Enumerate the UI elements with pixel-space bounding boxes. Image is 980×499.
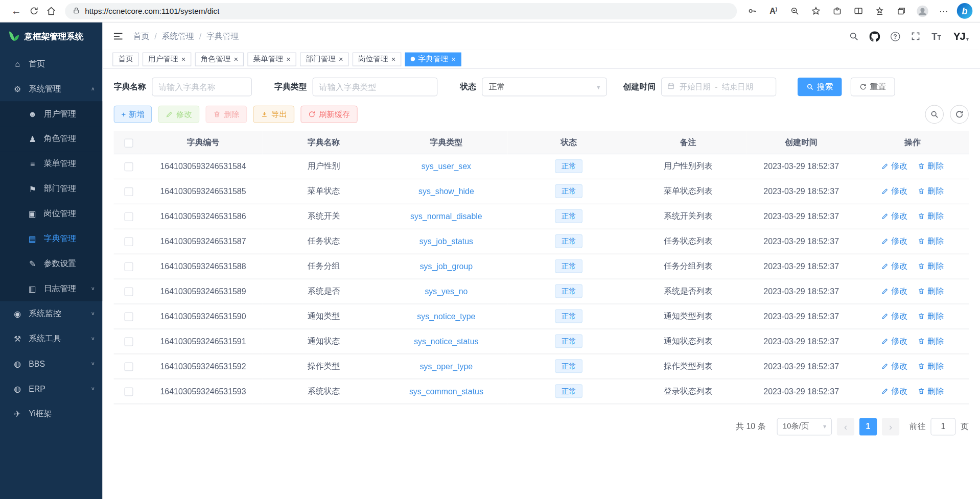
row-delete-button[interactable]: 删除: [918, 311, 944, 322]
tab-角色管理[interactable]: 角色管理 ×: [195, 52, 244, 66]
sidebar-item-bbs[interactable]: ◍ BBS ∨: [0, 351, 103, 376]
breadcrumb-item-系统管理[interactable]: 系统管理: [161, 31, 194, 42]
help-icon[interactable]: ?: [889, 30, 901, 42]
favorite-add-icon[interactable]: [808, 2, 824, 19]
sidebar-item-monitor[interactable]: ◉ 系统监控 ∨: [0, 301, 103, 326]
collections-icon[interactable]: [893, 2, 909, 19]
row-checkbox[interactable]: [124, 237, 133, 246]
close-icon[interactable]: ×: [286, 55, 291, 63]
row-checkbox[interactable]: [124, 187, 133, 196]
bing-icon[interactable]: b: [957, 3, 973, 19]
github-icon[interactable]: [868, 30, 880, 42]
refresh-table-button[interactable]: [950, 105, 969, 124]
more-icon[interactable]: ⋯: [936, 2, 951, 19]
row-checkbox[interactable]: [124, 387, 133, 396]
close-icon[interactable]: ×: [339, 55, 343, 63]
close-icon[interactable]: ×: [181, 55, 186, 63]
refresh-icon[interactable]: [25, 2, 42, 19]
site-info-icon[interactable]: [73, 5, 80, 16]
dict-type-link[interactable]: sys_normal_disable: [410, 211, 482, 221]
edit-button[interactable]: 修改: [158, 106, 200, 123]
dict-type-input[interactable]: [313, 78, 438, 97]
row-checkbox[interactable]: [124, 262, 133, 271]
home-icon[interactable]: [42, 2, 60, 19]
row-edit-button[interactable]: 修改: [881, 260, 907, 272]
page-size-select[interactable]: 10条/页 ▾: [777, 418, 832, 435]
dict-type-link[interactable]: sys_job_status: [419, 236, 473, 246]
font-size-icon[interactable]: TT: [930, 30, 942, 42]
row-checkbox[interactable]: [124, 212, 133, 221]
dict-type-link[interactable]: sys_notice_status: [414, 337, 478, 346]
toggle-search-button[interactable]: [925, 105, 944, 124]
row-edit-button[interactable]: 修改: [881, 361, 907, 372]
search-icon[interactable]: [848, 30, 860, 42]
row-delete-button[interactable]: 删除: [918, 210, 944, 222]
dict-type-link[interactable]: sys_user_sex: [422, 161, 471, 171]
row-edit-button[interactable]: 修改: [881, 235, 907, 247]
row-edit-button[interactable]: 修改: [881, 386, 907, 397]
user-menu[interactable]: YJ ▾: [953, 31, 969, 42]
app-logo[interactable]: 意框架管理系统: [0, 22, 103, 51]
dict-type-link[interactable]: sys_show_hide: [418, 186, 474, 196]
key-icon[interactable]: [744, 2, 760, 19]
sidebar-item-user[interactable]: ☻ 用户管理: [0, 101, 103, 126]
delete-button[interactable]: 删除: [206, 106, 247, 123]
read-aloud-icon[interactable]: A): [765, 2, 781, 19]
dict-type-link[interactable]: sys_notice_type: [417, 312, 475, 321]
add-button[interactable]: + 新增: [114, 106, 152, 123]
sidebar-item-role[interactable]: ♟ 角色管理: [0, 126, 103, 151]
row-checkbox[interactable]: [124, 362, 133, 371]
current-page-button[interactable]: 1: [859, 418, 877, 435]
row-checkbox[interactable]: [124, 287, 133, 296]
sidebar-item-param[interactable]: ✎ 参数设置: [0, 251, 103, 276]
row-edit-button[interactable]: 修改: [881, 336, 907, 347]
sidebar-item-tools[interactable]: ⚒ 系统工具 ∨: [0, 326, 103, 351]
sidebar-item-menu[interactable]: ≡ 菜单管理: [0, 151, 103, 176]
row-delete-button[interactable]: 删除: [918, 185, 944, 197]
breadcrumb-item-首页[interactable]: 首页: [133, 31, 150, 42]
sidebar-item-yi[interactable]: ✈ Yi框架: [0, 401, 103, 426]
export-button[interactable]: 导出: [253, 106, 295, 123]
tab-首页[interactable]: 首页: [112, 52, 138, 66]
sidebar-item-home[interactable]: ⌂ 首页: [0, 51, 103, 76]
sidebar-item-system[interactable]: ⚙ 系统管理 ∧: [0, 76, 103, 101]
sidebar-item-post[interactable]: ▣ 岗位管理: [0, 201, 103, 226]
close-icon[interactable]: ×: [391, 55, 396, 63]
dict-type-link[interactable]: sys_job_group: [420, 262, 473, 271]
address-bar[interactable]: https://ccnetcore.com:1101/system/dict: [65, 3, 737, 19]
dict-name-input[interactable]: [152, 78, 252, 97]
next-page-button[interactable]: ›: [882, 418, 899, 435]
row-delete-button[interactable]: 删除: [918, 160, 944, 172]
collapse-sidebar-icon[interactable]: [111, 29, 125, 43]
tab-菜单管理[interactable]: 菜单管理 ×: [247, 52, 296, 66]
row-checkbox[interactable]: [124, 162, 133, 171]
dict-type-link[interactable]: sys_common_status: [409, 387, 483, 396]
row-delete-button[interactable]: 删除: [918, 336, 944, 347]
refresh-cache-button[interactable]: 刷新缓存: [301, 106, 358, 123]
reset-button[interactable]: 重置: [851, 78, 895, 97]
dict-type-link[interactable]: sys_yes_no: [425, 287, 468, 296]
search-button[interactable]: 搜索: [798, 78, 842, 97]
back-icon[interactable]: ←: [8, 2, 25, 19]
tab-岗位管理[interactable]: 岗位管理 ×: [353, 52, 401, 66]
row-delete-button[interactable]: 删除: [918, 361, 944, 372]
dict-type-link[interactable]: sys_oper_type: [420, 362, 473, 371]
row-edit-button[interactable]: 修改: [881, 311, 907, 322]
favorites-icon[interactable]: [872, 2, 888, 19]
row-delete-button[interactable]: 删除: [918, 235, 944, 247]
sidebar-item-dict[interactable]: ▤ 字典管理: [0, 226, 103, 251]
row-delete-button[interactable]: 删除: [918, 386, 944, 397]
extensions-icon[interactable]: [829, 2, 845, 19]
row-edit-button[interactable]: 修改: [881, 210, 907, 222]
tab-用户管理[interactable]: 用户管理 ×: [143, 52, 191, 66]
row-checkbox[interactable]: [124, 337, 133, 346]
select-all-checkbox[interactable]: [124, 138, 133, 147]
row-delete-button[interactable]: 删除: [918, 260, 944, 272]
status-select[interactable]: 正常 ▾: [482, 78, 607, 97]
sidebar-item-log[interactable]: ▥ 日志管理 ∨: [0, 276, 103, 301]
sidebar-item-erp[interactable]: ◍ ERP ∨: [0, 376, 103, 401]
close-icon[interactable]: ×: [234, 55, 239, 63]
row-edit-button[interactable]: 修改: [881, 286, 907, 297]
fullscreen-icon[interactable]: [909, 30, 922, 42]
row-edit-button[interactable]: 修改: [881, 185, 907, 197]
